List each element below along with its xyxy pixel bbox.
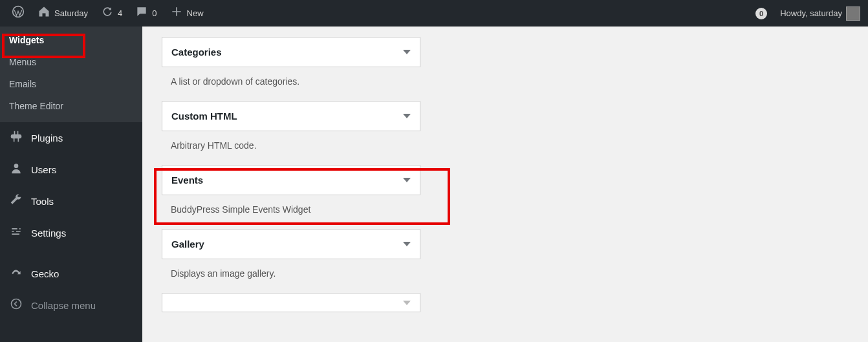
widgets-page: Categories A list or dropdown of categor… xyxy=(142,27,868,342)
widget-categories[interactable]: Categories xyxy=(162,37,420,67)
comments-link[interactable]: 0 xyxy=(129,0,163,27)
notification-badge[interactable]: 0 xyxy=(755,8,767,19)
sidebar-item-label: Settings xyxy=(31,228,66,239)
wrench-icon xyxy=(9,193,23,209)
widget-title: Events xyxy=(171,175,203,186)
widget-events-desc: BuddyPress Simple Events Widget xyxy=(162,195,420,229)
sidebar-item-users[interactable]: Users xyxy=(0,154,142,186)
widget-custom-html[interactable]: Custom HTML xyxy=(162,101,420,131)
sidebar-item-label: Emails xyxy=(9,79,36,89)
sliders-icon xyxy=(9,225,23,241)
chevron-down-icon xyxy=(403,114,411,118)
plugin-icon xyxy=(9,130,23,146)
refresh-icon xyxy=(101,5,114,21)
lizard-icon xyxy=(9,266,23,282)
chevron-down-icon xyxy=(403,50,411,54)
collapse-menu[interactable]: Collapse menu xyxy=(0,290,142,321)
updates-link[interactable]: 4 xyxy=(94,0,129,27)
sidebar-item-menus[interactable]: Menus xyxy=(0,51,142,73)
sidebar-item-label: Menus xyxy=(9,57,36,67)
sidebar-item-label: Users xyxy=(31,164,56,175)
sidebar-item-theme-editor[interactable]: Theme Editor xyxy=(0,95,142,117)
widget-title: Categories xyxy=(171,47,222,58)
admin-bar: Saturday 4 0 New 0 Howdy, saturday xyxy=(0,0,868,27)
chevron-down-icon xyxy=(403,242,411,246)
updates-count: 4 xyxy=(118,8,122,18)
new-content-link[interactable]: New xyxy=(164,0,210,27)
site-link[interactable]: Saturday xyxy=(31,0,94,27)
collapse-label: Collapse menu xyxy=(31,300,96,311)
sidebar-item-emails[interactable]: Emails xyxy=(0,73,142,95)
svg-point-2 xyxy=(12,299,21,309)
widget-custom-html-desc: Arbitrary HTML code. xyxy=(162,131,420,165)
sidebar-item-plugins[interactable]: Plugins xyxy=(0,122,142,154)
appearance-submenu: Widgets Menus Emails Theme Editor xyxy=(0,27,142,122)
site-name: Saturday xyxy=(54,8,88,18)
sidebar-item-settings[interactable]: Settings xyxy=(0,217,142,249)
comments-count: 0 xyxy=(152,8,157,18)
sidebar-item-label: Plugins xyxy=(31,133,63,144)
widget-truncated[interactable] xyxy=(162,293,420,312)
plus-icon xyxy=(170,5,183,21)
comment-icon xyxy=(135,5,148,21)
sidebar-item-tools[interactable]: Tools xyxy=(0,186,142,217)
widget-title: Gallery xyxy=(171,239,204,250)
widget-events[interactable]: Events xyxy=(162,165,420,195)
home-icon xyxy=(38,5,50,21)
new-label: New xyxy=(187,8,204,18)
sidebar-item-gecko[interactable]: Gecko xyxy=(0,258,142,290)
account-link[interactable]: Howdy, saturday xyxy=(774,0,863,27)
admin-sidebar: Widgets Menus Emails Theme Editor Plugin… xyxy=(0,27,142,342)
avatar xyxy=(846,6,860,21)
user-icon xyxy=(9,162,23,178)
collapse-icon xyxy=(9,297,23,314)
svg-point-1 xyxy=(14,164,19,168)
sidebar-item-label: Tools xyxy=(31,196,54,207)
widget-title: Custom HTML xyxy=(171,111,237,122)
wordpress-icon xyxy=(12,5,25,21)
greeting-text: Howdy, saturday xyxy=(780,8,842,18)
sidebar-item-label: Gecko xyxy=(31,268,59,279)
sidebar-item-label: Widgets xyxy=(9,35,44,45)
chevron-down-icon xyxy=(403,178,411,182)
sidebar-item-widgets[interactable]: Widgets xyxy=(0,29,142,51)
widget-gallery[interactable]: Gallery xyxy=(162,229,420,259)
widget-gallery-desc: Displays an image gallery. xyxy=(162,259,420,293)
wp-logo[interactable] xyxy=(5,0,31,27)
chevron-down-icon xyxy=(403,301,411,305)
widget-categories-desc: A list or dropdown of categories. xyxy=(162,67,420,101)
sidebar-item-label: Theme Editor xyxy=(9,101,63,111)
